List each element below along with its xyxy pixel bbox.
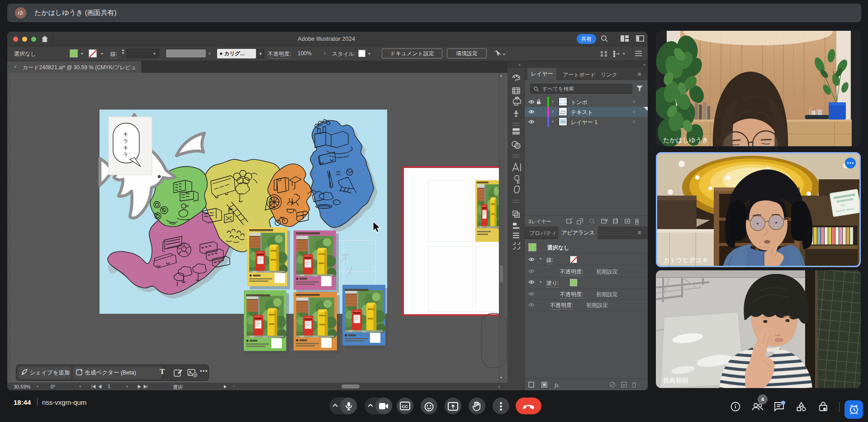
svg-text:キ: キ	[123, 145, 128, 150]
svg-text:▾: ▾	[503, 52, 505, 57]
svg-text:ラ: ラ	[123, 138, 128, 144]
svg-text:ラ: ラ	[123, 152, 128, 157]
svg-text:fx.: fx.	[555, 382, 560, 388]
svg-text:長島裕樹: 長島裕樹	[663, 377, 688, 384]
svg-text:キ: キ	[123, 131, 128, 137]
svg-text:カトウヒデユキ: カトウヒデユキ	[663, 256, 708, 264]
svg-text:CC: CC	[402, 404, 408, 409]
svg-text:たかはしゆうき: たかはしゆうき	[663, 136, 708, 144]
